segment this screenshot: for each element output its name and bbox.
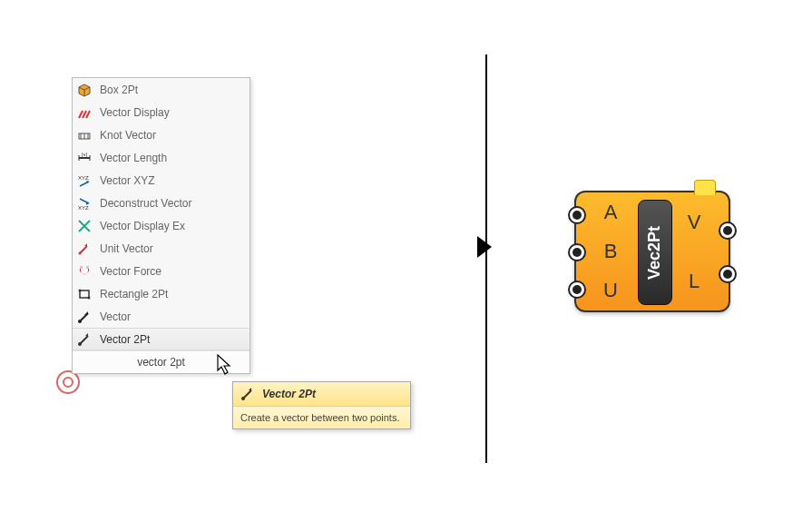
gh-component-vec2pt[interactable]: A B U Vec2Pt V L — [574, 191, 730, 312]
box-icon — [76, 82, 93, 98]
svg-point-16 — [88, 296, 91, 299]
menu-item-box-2pt[interactable]: Box 2Pt — [73, 78, 249, 101]
svg-line-19 — [80, 336, 88, 344]
output-label: L — [689, 270, 699, 293]
svg-rect-14 — [80, 290, 89, 298]
menu-item-label: Box 2Pt — [100, 84, 244, 96]
output-label: V — [688, 211, 701, 234]
vec2pt-icon — [76, 331, 93, 348]
svg-text:XYZ: XYZ — [78, 205, 89, 211]
menu-item-unit-vector[interactable]: Unit Vector — [73, 237, 249, 260]
menu-item-label: Knot Vector — [100, 129, 244, 142]
input-label: B — [604, 240, 618, 263]
xyz-icon: XYZ — [76, 172, 93, 189]
component-search-menu[interactable]: Box 2PtVector DisplayKnot Vector|v|Vecto… — [72, 77, 250, 374]
svg-line-10 — [80, 246, 87, 253]
menu-item-label: Vector Force — [100, 265, 244, 278]
tooltip-body: Create a vector between two points. — [233, 407, 410, 428]
menu-item-vector-display[interactable]: Vector Display — [73, 101, 249, 123]
menu-item-label: Vector 2Pt — [100, 333, 244, 346]
tooltip-title: Vector 2Pt — [262, 388, 316, 400]
menu-item-label: Vector — [100, 310, 244, 323]
rect-icon — [76, 286, 93, 302]
vec2pt-icon — [240, 387, 255, 401]
input-label: A — [604, 201, 618, 224]
menu-item-label: Vector Display — [100, 106, 244, 119]
menu-item-label: Rectangle 2Pt — [100, 288, 244, 300]
menu-item-label: Unit Vector — [100, 242, 244, 255]
menu-item-rectangle-2pt[interactable]: Rectangle 2Pt — [73, 282, 249, 305]
component-inputs: A B U — [583, 192, 638, 310]
search-input[interactable] — [73, 355, 249, 369]
vec-disp-ex-icon — [76, 218, 93, 234]
menu-item-vector-2pt[interactable]: Vector 2Pt — [73, 328, 249, 350]
vec-display-icon — [76, 104, 93, 121]
knot-icon — [76, 127, 93, 143]
component-outputs: V L — [667, 192, 721, 310]
output-grip[interactable] — [719, 222, 737, 240]
component-tooltip: Vector 2Pt Create a vector between two p… — [232, 381, 411, 429]
svg-text:XYZ: XYZ — [78, 175, 89, 181]
grasshopper-canvas[interactable]: Box 2PtVector DisplayKnot Vector|v|Vecto… — [0, 0, 812, 512]
svg-point-11 — [79, 251, 82, 254]
arrow-right-icon — [477, 236, 492, 258]
menu-item-label: Vector Display Ex — [100, 220, 244, 232]
menu-item-deconstruct-vector[interactable]: XYZDeconstruct Vector — [73, 192, 249, 214]
menu-item-label: Vector Length — [100, 152, 244, 164]
menu-item-vector-display-ex[interactable]: Vector Display Ex — [73, 214, 249, 237]
svg-point-15 — [79, 289, 82, 291]
menu-item-label: Vector XYZ — [100, 174, 244, 187]
svg-text:|v|: |v| — [82, 152, 88, 157]
svg-line-21 — [243, 390, 251, 399]
search-input-row[interactable] — [73, 350, 249, 373]
svg-point-17 — [78, 320, 82, 323]
menu-item-vector-length[interactable]: |v|Vector Length — [73, 146, 249, 169]
decon-icon: XYZ — [76, 195, 93, 212]
vertical-divider — [485, 54, 487, 463]
menu-item-vector[interactable]: Vector — [73, 305, 249, 328]
menu-item-vector-xyz[interactable]: XYZVector XYZ — [73, 169, 249, 192]
svg-rect-12 — [80, 266, 83, 269]
svg-rect-13 — [86, 266, 89, 269]
vector-icon — [76, 309, 93, 325]
magnet-icon — [76, 263, 93, 280]
menu-item-knot-vector[interactable]: Knot Vector — [73, 123, 249, 146]
unit-vec-icon — [76, 241, 93, 257]
menu-item-label: Deconstruct Vector — [100, 197, 244, 210]
output-grip[interactable] — [719, 265, 737, 283]
vec-len-icon: |v| — [76, 150, 93, 166]
menu-item-vector-force[interactable]: Vector Force — [73, 260, 249, 282]
component-name: Vec2Pt — [646, 225, 665, 279]
input-label: U — [603, 279, 618, 302]
